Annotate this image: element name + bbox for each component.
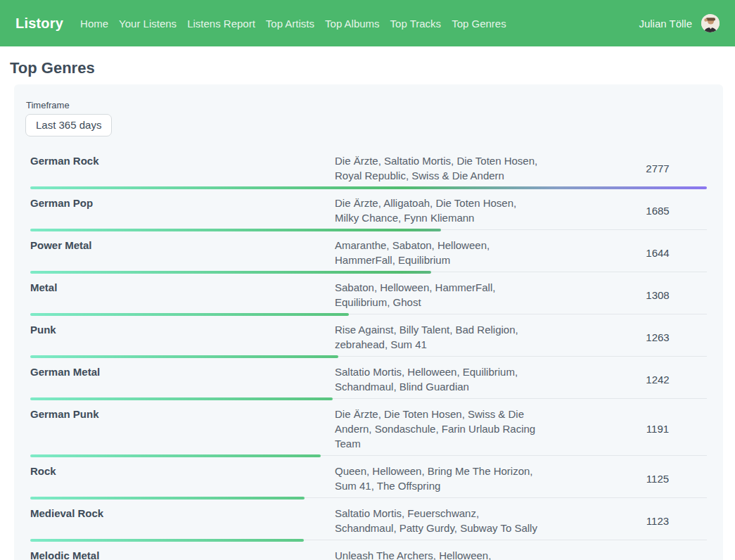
genre-artists: Rise Against, Billy Talent, Bad Religion… [335, 322, 539, 352]
nav-item-listens-report[interactable]: Listens Report [187, 15, 255, 32]
genre-bar-track [30, 271, 707, 274]
timeframe-label: Timeframe [26, 100, 712, 110]
user-avatar[interactable] [701, 14, 720, 32]
genre-row: German Metal Saltatio Mortis, Helloween,… [30, 360, 707, 402]
genre-row: Metal Sabaton, Helloween, HammerFall, Eq… [30, 276, 707, 318]
genre-row: Melodic Metal Unleash The Archers, Hello… [30, 544, 707, 560]
genre-bar-track [30, 539, 707, 542]
genre-row: Power Metal Amaranthe, Sabaton, Hellowee… [30, 234, 707, 276]
app-logo[interactable]: Listory [15, 15, 63, 32]
genre-bar-track [30, 454, 707, 457]
genre-name: German Punk [30, 407, 335, 421]
genre-count: 2777 [608, 163, 707, 174]
genre-name: Power Metal [30, 238, 335, 253]
genre-bar [30, 539, 304, 542]
genre-row: German Rock Die Ärzte, Saltatio Mortis, … [30, 149, 707, 191]
genre-bar [30, 271, 431, 274]
genre-bar [30, 497, 305, 499]
genre-bar [30, 186, 707, 189]
nav-item-top-albums[interactable]: Top Albums [325, 15, 380, 32]
genre-bar [30, 454, 321, 457]
genre-artists: Saltatio Mortis, Feuerschwanz, Schandmau… [335, 506, 539, 535]
genre-bar [30, 313, 349, 316]
genre-name: German Metal [30, 364, 335, 379]
genre-artists: Unleash The Archers, Helloween, HammerFa… [335, 548, 539, 560]
genre-name: Punk [30, 322, 335, 337]
genre-count: 1123 [608, 515, 707, 527]
genre-artists: Saltatio Mortis, Helloween, Equilibrium,… [335, 364, 539, 394]
genre-count: 1242 [608, 374, 707, 386]
genre-bar-track [30, 229, 707, 231]
nav-item-top-genres[interactable]: Top Genres [452, 15, 506, 32]
timeframe-filter: Timeframe Last 365 days [25, 100, 712, 136]
genre-name: Medieval Rock [30, 506, 335, 521]
genre-list: German Rock Die Ärzte, Saltatio Mortis, … [30, 149, 707, 560]
top-navbar: Listory Home Your Listens Listens Report… [0, 0, 735, 46]
genre-row: Rock Queen, Helloween, Bring Me The Hori… [30, 459, 707, 502]
genre-row: German Pop Die Ärzte, Alligatoah, Die To… [30, 191, 707, 234]
genre-count: 1685 [608, 205, 707, 217]
genre-bar-track [30, 497, 707, 499]
genre-name: Rock [30, 464, 335, 478]
nav-item-home[interactable]: Home [80, 15, 108, 32]
genre-bar [30, 355, 338, 358]
genre-bar-track [30, 186, 707, 189]
genre-bar-track [30, 313, 707, 316]
genre-bar-track [30, 397, 707, 400]
genre-row: German Punk Die Ärzte, Die Toten Hosen, … [30, 402, 707, 459]
genre-row: Medieval Rock Saltatio Mortis, Feuerschw… [30, 502, 707, 544]
nav-item-top-tracks[interactable]: Top Tracks [390, 15, 442, 32]
main-content: Top Genres Timeframe Last 365 days Germa… [0, 60, 735, 560]
top-genres-card: Timeframe Last 365 days German Rock Die … [14, 84, 723, 560]
main-nav: Home Your Listens Listens Report Top Art… [80, 15, 517, 32]
genre-count: 1308 [608, 289, 707, 301]
user-photo-icon [701, 14, 720, 32]
page-title: Top Genres [10, 60, 735, 77]
genre-row: Punk Rise Against, Billy Talent, Bad Rel… [30, 318, 707, 360]
genre-name: German Rock [30, 153, 335, 168]
genre-artists: Die Ärzte, Die Toten Hosen, Swiss & Die … [335, 407, 539, 451]
timeframe-select[interactable]: Last 365 days [25, 114, 112, 136]
genre-name: Melodic Metal [30, 548, 335, 560]
genre-artists: Die Ärzte, Saltatio Mortis, Die Toten Ho… [335, 153, 539, 183]
nav-item-your-listens[interactable]: Your Listens [119, 15, 177, 32]
genre-count: 1125 [608, 473, 707, 485]
genre-name: Metal [30, 280, 335, 295]
genre-bar-track [30, 355, 707, 358]
nav-item-top-artists[interactable]: Top Artists [266, 15, 314, 32]
genre-artists: Queen, Helloween, Bring Me The Horizon, … [335, 464, 539, 493]
genre-bar [30, 397, 333, 400]
genre-artists: Die Ärzte, Alligatoah, Die Toten Hosen, … [335, 196, 539, 225]
genre-count: 1644 [608, 247, 707, 259]
user-name[interactable]: Julian Tölle [639, 18, 692, 30]
genre-count: 1263 [608, 331, 707, 343]
genre-artists: Sabaton, Helloween, HammerFall, Equilibr… [335, 280, 539, 310]
genre-artists: Amaranthe, Sabaton, Helloween, HammerFal… [335, 238, 539, 267]
genre-bar [30, 229, 441, 231]
genre-name: German Pop [30, 196, 335, 210]
genre-count: 1191 [608, 423, 707, 435]
